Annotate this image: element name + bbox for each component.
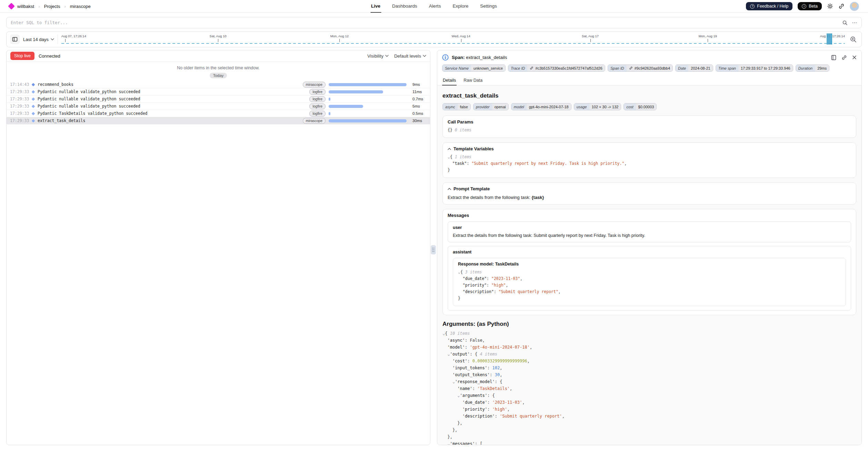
- timeline-selection[interactable]: [827, 33, 832, 44]
- async-badge: asyncfalse: [442, 103, 471, 110]
- tab-alerts[interactable]: Alerts: [428, 0, 442, 13]
- trace-id-badge[interactable]: Trace ID #c3b5157330ea5c1fd4572747af512d…: [508, 64, 605, 72]
- tab-dashboards[interactable]: Dashboards: [391, 0, 418, 13]
- messages-title: Messages: [448, 213, 851, 218]
- tag-badge: logfire: [309, 103, 326, 109]
- span-diamond-icon: [32, 83, 35, 86]
- user-avatar[interactable]: [850, 2, 859, 11]
- search-icon[interactable]: [842, 20, 848, 26]
- tab-live[interactable]: Live: [370, 0, 381, 13]
- cost-badge: cost$0.00003: [623, 103, 657, 110]
- timeline-tick-label: Mon, Aug 19: [699, 34, 717, 38]
- span-diamond-icon: [32, 104, 35, 108]
- connection-status: Connected: [39, 53, 60, 59]
- feedback-help-button[interactable]: ? Feedback / Help: [746, 2, 792, 10]
- breadcrumb: willbakst › Projects › mirascope: [9, 4, 91, 9]
- duration-bar: [329, 119, 409, 122]
- docs-panel-icon[interactable]: [831, 55, 836, 60]
- close-icon[interactable]: [852, 55, 857, 60]
- span-name-heading: extract_task_details: [442, 92, 856, 99]
- timeline-track[interactable]: Aug 07, 17:26:14 Sat, Aug 10 Mon, Aug 12…: [61, 32, 845, 47]
- top-nav: willbakst › Projects › mirascope Live Da…: [0, 0, 868, 13]
- tag-badge: logfire: [309, 96, 326, 102]
- sql-filter-input[interactable]: [11, 20, 842, 25]
- user-message-text: Extract the details from the following t…: [453, 233, 846, 238]
- template-variables-json[interactable]: ⌄{ 1 items "task": "Submit quarterly rep…: [448, 154, 851, 173]
- response-model-title: Response model: TaskDetails: [458, 262, 841, 267]
- tab-explore[interactable]: Explore: [452, 0, 469, 13]
- duration-bar: [329, 83, 409, 86]
- time-range-select[interactable]: Last 14 days: [23, 34, 58, 44]
- call-params-title: Call Params: [448, 119, 851, 124]
- log-rows: 17:14:43 recommend_books mirascope 9ms 1…: [7, 81, 430, 124]
- tag-badge: logfire: [309, 89, 326, 95]
- zoom-in-icon[interactable]: [848, 34, 858, 44]
- timeline-tick-label: Wed, Aug 14: [451, 34, 470, 38]
- tab-settings[interactable]: Settings: [479, 0, 498, 13]
- chevron-up-icon: [448, 188, 451, 190]
- list-item[interactable]: 17:29:33 Pydantic nullable validate_pyth…: [7, 96, 430, 103]
- default-levels-dropdown[interactable]: Default levels: [394, 53, 426, 59]
- assistant-message: assistant Response model: TaskDetails ⌄{…: [448, 246, 851, 311]
- template-variables-title[interactable]: Template Variables: [448, 146, 851, 151]
- list-item[interactable]: 17:14:43 recommend_books mirascope 9ms: [7, 81, 430, 88]
- timeline-activity-line: [61, 43, 845, 44]
- theme-toggle-icon[interactable]: [827, 3, 833, 9]
- stop-live-button[interactable]: Stop live: [10, 52, 34, 60]
- share-link-icon[interactable]: [838, 3, 845, 9]
- tab-raw-data[interactable]: Raw Data: [463, 76, 483, 86]
- list-item[interactable]: 17:29:33 Pydantic TaskDetails validate_p…: [7, 110, 430, 117]
- response-model-json[interactable]: ⌄{ 3 items "due_date": "2023-11-03", "pr…: [458, 269, 841, 302]
- tag-badge: logfire: [309, 111, 326, 117]
- timeline-tick-label: Aug 21, 17:26:14: [820, 34, 845, 38]
- day-divider: Today: [210, 73, 227, 78]
- span-diamond-icon: [32, 90, 35, 93]
- live-list-panel: Stop live Connected Visibility Default l…: [6, 50, 430, 445]
- empty-window-message: No older items in the selected time wind…: [7, 66, 430, 70]
- question-icon: ?: [750, 4, 755, 9]
- duration-bar: [329, 90, 409, 93]
- arguments-json[interactable]: ⌄{ 10 items 'async': False, 'model': 'gp…: [442, 330, 856, 445]
- span-info-icon: [442, 54, 449, 61]
- list-item-selected[interactable]: 17:29:33 extract_task_details mirascope …: [7, 117, 430, 124]
- span-id-badge[interactable]: Span ID #9c942620aa93dbb4: [608, 64, 673, 72]
- list-item[interactable]: 17:29:33 Pydantic nullable validate_pyth…: [7, 88, 430, 96]
- template-variables-card: Template Variables ⌄{ 1 items "task": "S…: [442, 142, 856, 178]
- breadcrumb-org[interactable]: willbakst: [17, 4, 34, 9]
- arguments-heading: Arguments: (as Python): [442, 321, 856, 328]
- primary-tabs: Live Dashboards Alerts Explore Settings: [370, 0, 498, 13]
- prompt-template-text: Extract the details from the following t…: [448, 195, 851, 200]
- span-panel-title: Span: extract_task_details: [452, 55, 507, 60]
- more-options-icon[interactable]: ⋯: [852, 20, 857, 26]
- link-icon: [629, 66, 633, 70]
- list-item[interactable]: 17:29:33 Pydantic nullable validate_pyth…: [7, 103, 430, 110]
- link-icon: [530, 66, 533, 70]
- response-model-card: Response model: TaskDetails ⌄{ 3 items "…: [453, 258, 846, 306]
- timeline-tick-label: Sat, Aug 10: [210, 34, 227, 38]
- visibility-dropdown[interactable]: Visibility: [367, 53, 389, 59]
- span-diamond-icon: [32, 119, 35, 122]
- timeline-tick-label: Aug 07, 17:26:14: [61, 34, 86, 38]
- user-message: user Extract the details from the follow…: [448, 221, 851, 242]
- tab-details[interactable]: Details: [442, 76, 457, 86]
- chevron-down-icon: [51, 38, 54, 40]
- logfire-logo-icon[interactable]: [8, 3, 15, 10]
- span-attribute-badges: asyncfalse provideropenai modelgpt-4o-mi…: [442, 103, 856, 110]
- beta-badge[interactable]: i Beta: [798, 2, 822, 10]
- provider-badge: provideropenai: [473, 103, 509, 110]
- breadcrumb-projects[interactable]: Projects: [44, 4, 60, 9]
- date-badge: Date 2024-08-21: [675, 64, 713, 72]
- span-details-content: extract_task_details asyncfalse provider…: [437, 86, 861, 445]
- panel-resize-handle[interactable]: [431, 245, 436, 254]
- span-meta-badges: Service Name unknown_service Trace ID #c…: [437, 62, 861, 76]
- call-params-json: {} 0 items: [448, 127, 851, 133]
- time-span-badge: Time span 17:29:33.917 to 17:29:33.946: [716, 64, 793, 72]
- duration-badge: Duration 29ms: [796, 64, 829, 72]
- service-name-badge: Service Name unknown_service: [442, 64, 506, 72]
- sidebar-toggle-icon[interactable]: [10, 34, 20, 44]
- duration-bar: [329, 105, 409, 108]
- template-variable-token: {task}: [532, 195, 544, 200]
- breadcrumb-project[interactable]: mirascope: [70, 4, 91, 9]
- prompt-template-title[interactable]: Prompt Template: [448, 186, 851, 191]
- copy-link-icon[interactable]: [841, 55, 847, 60]
